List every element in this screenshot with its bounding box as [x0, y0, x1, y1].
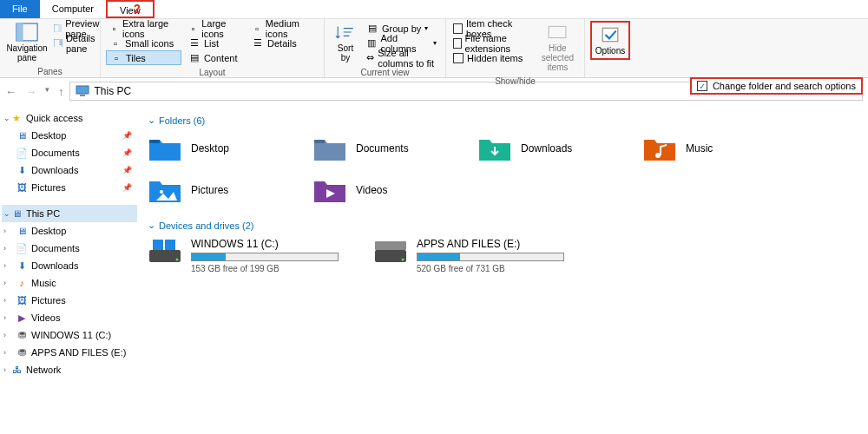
svg-rect-18	[165, 240, 175, 250]
drive-usage-bar	[191, 253, 339, 261]
details-pane-button[interactable]: Details pane	[50, 36, 107, 50]
sidebar-pc-drive-e[interactable]: ›⛃APPS AND FILES (E:)	[2, 344, 137, 361]
change-folder-options-item[interactable]: ✓ Change folder and search options	[690, 77, 863, 95]
tiles-icon: ▫	[252, 23, 262, 35]
options-icon	[598, 25, 622, 44]
hide-selected-button[interactable]: Hide selected items	[536, 21, 579, 74]
sidebar-pc-drive-c[interactable]: ›⛃WINDOWS 11 (C:)	[2, 326, 137, 344]
drive-e[interactable]: APPS AND FILES (E:) 520 GB free of 731 G…	[373, 238, 564, 273]
medium-icons-button[interactable]: ▫Medium icons	[248, 21, 319, 36]
svg-point-19	[176, 259, 179, 261]
tiles-icon: ▫	[109, 23, 119, 35]
navigation-pane-icon	[15, 23, 39, 42]
drive-usage-bar	[417, 253, 564, 261]
panes-group-label: Panes	[5, 64, 95, 78]
forward-button[interactable]: →	[25, 85, 36, 98]
navigation-pane-button[interactable]: Navigation pane	[5, 21, 49, 64]
folder-downloads[interactable]: Downloads	[477, 133, 642, 174]
sidebar-network[interactable]: ›🖧Network	[2, 361, 137, 378]
nav-pane-label: Navigation pane	[6, 43, 47, 62]
svg-rect-11	[80, 95, 85, 96]
sidebar-pc-music[interactable]: ›♪Music	[2, 274, 137, 292]
tab-file[interactable]: File	[0, 0, 40, 18]
recent-locations-button[interactable]: ▾	[45, 85, 49, 98]
large-icons-button[interactable]: ▫Large icons	[185, 21, 245, 36]
back-button[interactable]: ←	[5, 85, 16, 98]
chevron-right-icon: ›	[3, 279, 6, 287]
drive-icon: ⛃	[16, 329, 28, 341]
chevron-down-icon: ⌄	[148, 115, 155, 126]
svg-rect-10	[76, 86, 89, 94]
tiles-icon: ▫	[110, 52, 122, 64]
hidden-items-toggle[interactable]: Hidden items	[451, 50, 535, 65]
sidebar-this-pc[interactable]: ⌄🖥This PC	[2, 205, 137, 222]
sidebar-quick-access[interactable]: ⌄★Quick access	[2, 109, 137, 127]
drive-name: WINDOWS 11 (C:)	[191, 238, 339, 250]
chevron-down-icon: ⌄	[3, 209, 10, 218]
change-folder-label: Change folder and search options	[713, 81, 856, 91]
sidebar-pc-pictures[interactable]: ›🖼Pictures	[2, 292, 137, 309]
details-icon: ☰	[252, 37, 264, 49]
navigation-sidebar: ⌄★Quick access 🖥Desktop📌 📄Documents📌 ⬇Do…	[0, 104, 139, 434]
folder-pictures[interactable]: Pictures	[148, 174, 312, 216]
checkbox-icon: ✓	[697, 81, 707, 91]
folder-desktop[interactable]: Desktop	[148, 133, 312, 174]
sidebar-pc-videos[interactable]: ›▶Videos	[2, 309, 137, 326]
downloads-folder-icon	[477, 135, 512, 162]
content-icon: ▤	[188, 52, 201, 64]
sidebar-pc-downloads[interactable]: ›⬇Downloads	[2, 257, 137, 274]
this-pc-icon	[76, 85, 89, 97]
checkbox-icon	[453, 53, 464, 63]
layout-group-label: Layout	[106, 65, 319, 79]
details-pane-icon	[54, 37, 62, 49]
small-icons-button[interactable]: ▫Small icons	[106, 36, 181, 50]
folder-videos[interactable]: Videos	[312, 174, 477, 216]
drive-c[interactable]: WINDOWS 11 (C:) 153 GB free of 199 GB	[148, 238, 339, 273]
videos-folder-icon	[312, 176, 347, 204]
ribbon: Navigation pane Preview pane Details pan…	[0, 19, 868, 78]
sidebar-pc-desktop[interactable]: ›🖥Desktop	[2, 222, 137, 240]
svg-rect-4	[54, 39, 62, 48]
sidebar-qa-documents[interactable]: 📄Documents📌	[2, 144, 137, 161]
videos-icon: ▶	[16, 312, 28, 324]
folders-section-header[interactable]: ⌄Folders (6)	[148, 115, 859, 126]
tab-view[interactable]: View	[106, 0, 155, 18]
pictures-folder-icon	[148, 176, 182, 204]
documents-folder-icon	[312, 135, 347, 162]
svg-rect-8	[549, 26, 566, 37]
sidebar-qa-pictures[interactable]: 🖼Pictures📌	[2, 179, 137, 196]
chevron-right-icon: ›	[3, 261, 6, 270]
breadcrumb[interactable]: This PC	[95, 85, 132, 97]
file-name-extensions-toggle[interactable]: File name extensions	[451, 36, 535, 50]
sidebar-pc-documents[interactable]: ›📄Documents	[2, 240, 137, 257]
size-columns-button[interactable]: ⇔Size all columns to fit	[363, 50, 440, 65]
list-button[interactable]: ☰List	[185, 36, 245, 50]
documents-icon: 📄	[16, 242, 28, 254]
checkbox-icon	[453, 38, 462, 49]
options-button[interactable]: Options	[593, 23, 628, 57]
sidebar-qa-desktop[interactable]: 🖥Desktop📌	[2, 127, 137, 144]
folder-music[interactable]: Music	[642, 133, 807, 174]
drives-section-header[interactable]: ⌄Devices and drives (2)	[148, 220, 859, 231]
details-button[interactable]: ☰Details	[248, 36, 319, 50]
svg-rect-3	[58, 24, 62, 32]
tab-computer[interactable]: Computer	[40, 0, 106, 18]
tiles-icon: ▫	[109, 37, 122, 49]
svg-rect-21	[375, 241, 406, 250]
music-icon: ♪	[16, 277, 28, 289]
folder-documents[interactable]: Documents	[312, 133, 477, 174]
up-button[interactable]: ↑	[58, 85, 64, 98]
desktop-icon: 🖥	[16, 129, 28, 141]
sidebar-qa-downloads[interactable]: ⬇Downloads📌	[2, 161, 137, 179]
svg-rect-9	[602, 28, 618, 41]
tiles-button[interactable]: ▫Tiles	[106, 50, 181, 65]
extra-large-icons-button[interactable]: ▫Extra large icons	[106, 21, 181, 36]
downloads-icon: ⬇	[16, 164, 28, 176]
content-button[interactable]: ▤Content	[185, 50, 245, 65]
pin-icon: 📌	[122, 166, 132, 174]
ribbon-tabs: File Computer View	[0, 0, 868, 19]
music-folder-icon	[642, 135, 677, 162]
desktop-folder-icon	[148, 135, 182, 162]
sort-by-button[interactable]: Sort by	[330, 21, 361, 64]
sort-by-label: Sort by	[335, 43, 356, 62]
